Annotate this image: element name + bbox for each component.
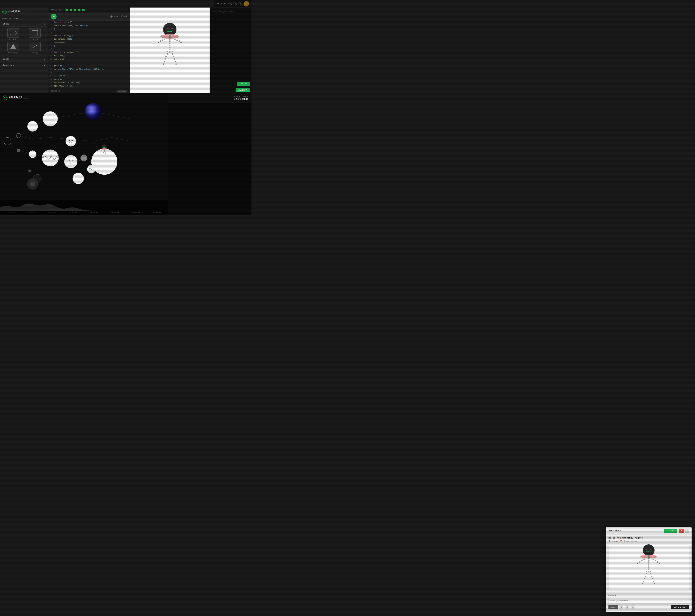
ellipse-shape-item[interactable]: ellipse() <box>3 28 23 40</box>
chaining-logo-icon <box>2 10 7 14</box>
logo-title: CHAINING <box>9 10 30 12</box>
svg-point-2 <box>5 12 6 13</box>
svg-line-59 <box>112 138 130 141</box>
color-section-header[interactable]: Color ▼ <box>2 57 46 62</box>
ancestor-dot-3[interactable] <box>74 9 76 11</box>
line-shape-item[interactable]: line() <box>25 42 45 54</box>
timeline-label-8: 17:00:00 <box>153 212 161 214</box>
graph-view: CHAINING DIGITAL CREATION TOGETHER <box>0 93 168 215</box>
login-button[interactable]: LOGIN <box>237 82 250 86</box>
svg-point-15 <box>160 40 161 42</box>
svg-point-106 <box>106 155 106 155</box>
svg-point-90 <box>102 144 107 149</box>
timeline-label-7: 18:00:00 <box>132 212 140 214</box>
timeline-label-4: 21:00:00 <box>69 212 77 214</box>
gear-icon-1[interactable]: ⚙ <box>228 2 232 5</box>
svg-point-75 <box>91 149 117 175</box>
triangle-label: triangle() <box>8 52 18 54</box>
svg-point-14 <box>162 39 163 41</box>
shape-section-header[interactable]: Shape ▲ <box>2 21 46 27</box>
svg-point-64 <box>17 149 20 153</box>
triangle-shape-item[interactable]: triangle() <box>3 42 23 54</box>
svg-point-95 <box>104 150 105 151</box>
ancestor-dot-1[interactable] <box>65 9 68 11</box>
editor-toolbar: Auto-refresh <box>48 13 130 20</box>
timeline-bar: 24:00:00 23:00:00 22:00:00 21:00:00 20:0… <box>0 200 168 215</box>
svg-point-92 <box>105 146 106 146</box>
shape-arrow: ▲ <box>44 23 45 25</box>
avatar[interactable] <box>243 1 249 6</box>
timeline-label-5: 20:00:00 <box>90 212 98 214</box>
countdown-label: COUNTDOWN <box>171 95 248 98</box>
svg-point-10 <box>169 38 171 40</box>
network-graph[interactable] <box>0 93 168 200</box>
line-label: line() <box>32 52 38 54</box>
svg-point-105 <box>102 155 103 155</box>
countdown-area: COUNTDOWN EXPIRED <box>168 93 252 103</box>
code-editor[interactable]: 1function setup() { 2 createCanvas(600, … <box>48 20 130 89</box>
play-button[interactable] <box>51 14 56 19</box>
svg-point-27 <box>167 53 168 55</box>
svg-point-22 <box>169 47 171 48</box>
logo-subtitle: DIGITAL CREATION TOGETHER <box>9 12 30 14</box>
svg-point-88 <box>30 181 35 187</box>
svg-line-58 <box>112 115 130 119</box>
timeline-label-2: 23:00:00 <box>28 212 35 214</box>
svg-point-101 <box>103 152 104 153</box>
timeline-labels: 24:00:00 23:00:00 22:00:00 21:00:00 20:0… <box>0 212 168 214</box>
ancestor-dot-4[interactable] <box>78 9 81 11</box>
svg-point-100 <box>104 151 105 152</box>
ancestors-label: ANCESTORS <box>51 9 63 11</box>
svg-point-104 <box>105 154 106 154</box>
svg-point-29 <box>165 58 166 60</box>
console-label: CONSOLE <box>51 90 60 92</box>
svg-point-11 <box>169 40 171 42</box>
svg-line-47 <box>33 138 50 139</box>
line-icon <box>32 45 38 48</box>
svg-rect-5 <box>167 28 169 29</box>
ancestor-dot-5[interactable] <box>82 9 85 11</box>
submit-button[interactable]: SUBMIT <box>236 88 250 92</box>
auto-refresh-label: Auto-refresh <box>114 16 128 18</box>
timeline-label-1: 24:00:00 <box>6 212 15 214</box>
svg-point-25 <box>169 51 171 53</box>
timeline-label-3: 22:00:00 <box>48 212 56 214</box>
transform-section-header[interactable]: Transform ▼ <box>2 63 46 68</box>
chances-label: CHANCES <box>217 3 227 5</box>
drag-to-code-panel: CHAINING DIGITAL CREATION TOGETHER DRAG … <box>0 7 48 93</box>
svg-point-91 <box>103 146 104 146</box>
auto-refresh-toggle[interactable] <box>111 16 113 18</box>
clear-button[interactable]: CLEAR <box>117 90 128 92</box>
code-editor-area: ANCESTORS Auto-refresh 1function setup()… <box>48 7 130 93</box>
svg-point-26 <box>172 51 173 52</box>
svg-point-12 <box>169 42 171 44</box>
bottom-right-panel: COUNTDOWN EXPIRED <box>168 93 252 215</box>
describe-area[interactable]: Describe your work... <box>209 7 252 81</box>
svg-point-4 <box>163 23 176 36</box>
svg-point-107 <box>101 148 107 150</box>
svg-point-18 <box>176 39 178 41</box>
settings-icon[interactable]: ⚙ <box>238 2 242 5</box>
svg-rect-6 <box>171 28 173 29</box>
svg-point-24 <box>167 51 168 52</box>
gear-icon-2[interactable]: ⚙ <box>234 2 237 5</box>
auto-refresh-control[interactable]: Auto-refresh <box>111 16 128 18</box>
ancestor-dot-2[interactable] <box>70 9 72 11</box>
rect-shape-item[interactable]: rect() <box>25 28 45 40</box>
svg-point-36 <box>175 64 177 65</box>
rect-label: rect() <box>32 38 38 40</box>
svg-point-16 <box>158 42 159 43</box>
console-bar: CONSOLE CLEAR <box>48 89 130 93</box>
svg-line-41 <box>7 136 19 141</box>
svg-point-32 <box>172 53 173 55</box>
svg-point-102 <box>105 152 105 153</box>
svg-point-30 <box>164 61 165 62</box>
shape-label: Shape <box>3 23 9 25</box>
svg-point-78 <box>69 140 70 141</box>
right-panel: Describe your work... LOGIN SUBMIT <box>209 7 252 93</box>
svg-line-42 <box>7 141 19 150</box>
svg-point-19 <box>179 40 180 42</box>
describe-placeholder: Describe your work... <box>212 11 238 13</box>
ancestors-bar: ANCESTORS <box>48 7 130 13</box>
svg-point-80 <box>81 155 87 161</box>
